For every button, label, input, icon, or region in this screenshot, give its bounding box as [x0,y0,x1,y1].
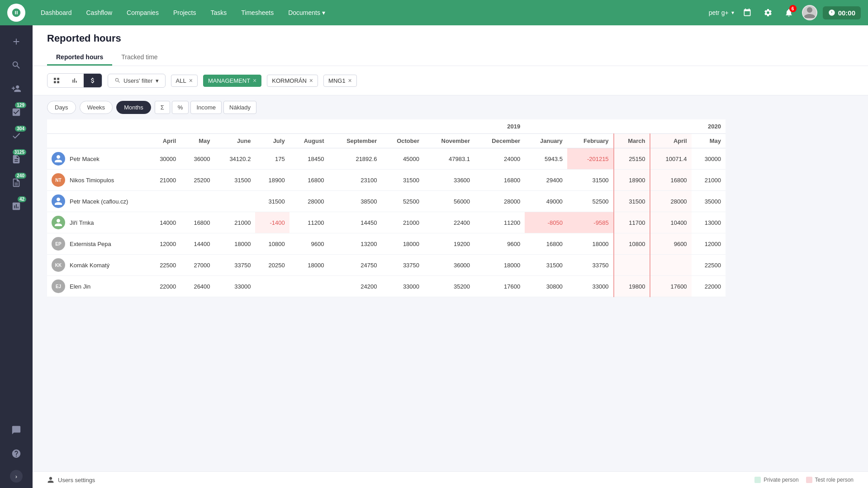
period-weeks[interactable]: Weeks [80,101,113,114]
cell-2019-6-4 [289,276,329,297]
sidebar: 129 304 3125 240 42 › [0,25,33,488]
main-layout: 129 304 3125 240 42 › [0,25,868,488]
table-row: NTNikos Timiopulos2100025200315001890016… [47,170,726,191]
tag-kormoran-close[interactable]: × [309,77,313,84]
cell-2020-2-0: 49000 [525,191,567,212]
month-august-2019: August [289,134,329,148]
cell-2020-2-3: 28000 [650,191,691,212]
cell-2019-5-5: 24750 [329,255,382,276]
legend-private: Private person [754,477,798,483]
nav-cashflow[interactable]: Cashflow [80,6,119,19]
user-avatar[interactable] [802,5,817,20]
nav-documents[interactable]: Documents ▾ [282,6,332,19]
op-sum[interactable]: Σ [155,101,170,114]
cell-2019-5-4: 18000 [289,255,329,276]
cell-2019-6-2: 33000 [215,276,256,297]
app-logo[interactable] [7,4,25,22]
settings-icon[interactable] [760,5,776,20]
period-ops: Σ % Income Náklady [155,101,256,114]
month-sep-2019: September [329,134,382,148]
cell-2020-3-2: 11700 [614,212,650,233]
tag-management-close[interactable]: × [253,77,256,84]
cell-2020-1-1: 31500 [567,170,614,191]
period-months[interactable]: Months [116,101,151,114]
nav-tasks[interactable]: Tasks [204,6,233,19]
sidebar-toggle[interactable]: › [10,470,23,483]
cell-2019-4-5: 13200 [329,233,382,255]
notifications-icon[interactable]: 6 [781,5,797,20]
cell-2019-2-2 [215,191,256,212]
cell-2019-4-2: 18000 [215,233,256,255]
cell-2019-2-5: 38500 [329,191,382,212]
sidebar-tasks[interactable]: 129 [5,101,27,123]
tag-all: ALL × [171,75,198,87]
cell-2020-1-3: 16800 [650,170,691,191]
name-cell-0: Petr Macek [47,148,147,170]
op-percent[interactable]: % [172,101,189,114]
sidebar-docs[interactable]: 240 [5,172,27,194]
cell-2019-3-7: 22400 [424,212,474,233]
sidebar-reports[interactable]: 42 [5,195,27,217]
sidebar-invoices[interactable]: 3125 [5,148,27,170]
cell-2019-1-4: 16800 [289,170,329,191]
cell-2020-2-4: 35000 [692,191,726,212]
cell-2020-5-0: 31500 [525,255,567,276]
sidebar-add[interactable] [5,31,27,52]
tag-management: MANAGEMENT × [203,75,261,87]
sidebar-help[interactable] [5,443,27,464]
tab-reported-hours[interactable]: Reported hours [47,50,112,66]
sidebar-chat[interactable] [5,419,27,441]
sidebar-approvals[interactable]: 304 [5,125,27,147]
cell-2019-3-0: 14000 [147,212,180,233]
user-menu[interactable]: petr g+ ▾ [709,9,734,16]
year-2020-header: 2020 [525,119,726,134]
cell-2020-6-2: 19800 [614,276,650,297]
tag-all-close[interactable]: × [189,77,193,84]
tag-mng1-close[interactable]: × [348,77,352,84]
cell-2019-0-0: 30000 [147,148,180,170]
cell-2020-4-2: 10800 [614,233,650,255]
cell-2020-3-4: 13000 [692,212,726,233]
table-row: EPExternista Pepa12000144001800010800960… [47,233,726,255]
nav-dashboard[interactable]: Dashboard [34,6,78,19]
page-footer: Users settings Private person Test role … [33,471,868,488]
nav-projects[interactable]: Projects [167,6,203,19]
op-income[interactable]: Income [190,101,222,114]
cell-2019-5-3: 20250 [255,255,289,276]
cell-2019-4-6: 18000 [381,233,424,255]
sidebar-search[interactable] [5,54,27,76]
users-filter-button[interactable]: Users' filter ▾ [108,74,166,88]
nav-companies[interactable]: Companies [120,6,165,19]
sidebar-add-user[interactable] [5,78,27,99]
view-money-button[interactable] [84,74,102,87]
cell-2019-4-7: 19200 [424,233,474,255]
cell-2020-0-2: 25150 [614,148,650,170]
legend-test-role: Test role person [806,477,854,483]
period-days[interactable]: Days [47,101,76,114]
cell-2020-1-4: 21000 [692,170,726,191]
sidebar-bottom: › [5,419,27,483]
month-june-2019: June [215,134,256,148]
cell-2020-6-1: 33000 [567,276,614,297]
toolbar: Users' filter ▾ ALL × MANAGEMENT × KORMO… [33,66,868,95]
tab-tracked-time[interactable]: Tracked time [112,50,166,66]
view-chart-button[interactable] [66,74,84,87]
year-header-row: 2019 2020 [47,119,726,134]
cell-2019-5-8: 18000 [474,255,525,276]
view-grid-button[interactable] [47,74,66,87]
user-settings-link[interactable]: Users settings [47,476,95,483]
cell-2019-2-0 [147,191,180,212]
cell-2020-4-4: 12000 [692,233,726,255]
cell-2020-4-0: 16800 [525,233,567,255]
timer[interactable]: 00:00 [823,6,861,19]
name-cell-3: Jiří Trnka [47,212,147,233]
month-may-2020: May [692,134,726,148]
op-naklady[interactable]: Náklady [223,101,256,114]
nav-timesheets[interactable]: Timesheets [235,6,280,19]
user-name-3: Jiří Trnka [70,219,94,226]
cell-2019-6-8: 17600 [474,276,525,297]
cell-2020-3-1: -9585 [567,212,614,233]
calendar-icon[interactable] [740,5,755,20]
cell-2020-1-0: 29400 [525,170,567,191]
cell-2019-3-3: -1400 [255,212,289,233]
